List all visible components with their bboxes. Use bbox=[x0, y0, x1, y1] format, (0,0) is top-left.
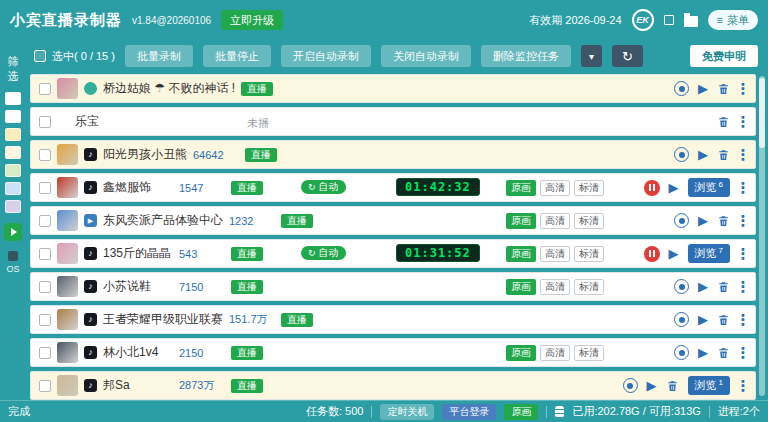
delete-button[interactable] bbox=[666, 379, 679, 393]
row-checkbox[interactable] bbox=[39, 347, 51, 359]
table-row[interactable]: 乐宝未播⋮ bbox=[30, 107, 756, 136]
table-row[interactable]: 桥边姑娘 ☂ 不败的神话 !直播▶⋮ bbox=[30, 74, 756, 103]
record-button[interactable] bbox=[674, 81, 689, 96]
origin-quality-badge[interactable]: 原画 bbox=[506, 213, 536, 229]
row-checkbox[interactable] bbox=[39, 380, 51, 392]
filter-swatch[interactable] bbox=[5, 92, 21, 105]
hd-quality-badge[interactable]: 高清 bbox=[540, 246, 570, 262]
delete-button[interactable] bbox=[717, 346, 730, 360]
play-button[interactable]: ▶ bbox=[647, 378, 657, 393]
sd-quality-badge[interactable]: 标清 bbox=[574, 246, 604, 262]
browse-button[interactable]: 浏览6 bbox=[688, 178, 730, 197]
sd-quality-badge[interactable]: 标清 bbox=[574, 345, 604, 361]
table-row[interactable]: ♪邦Sa2873万直播▶浏览1⋮ bbox=[30, 371, 756, 400]
record-button[interactable] bbox=[674, 213, 689, 228]
dropdown-button[interactable]: ▾ bbox=[581, 45, 602, 67]
row-checkbox[interactable] bbox=[39, 182, 51, 194]
row-checkbox[interactable] bbox=[39, 149, 51, 161]
sd-quality-badge[interactable]: 标清 bbox=[574, 213, 604, 229]
more-button[interactable]: ⋮ bbox=[739, 377, 747, 395]
row-checkbox[interactable] bbox=[39, 281, 51, 293]
row-checkbox[interactable] bbox=[39, 248, 51, 260]
filter-swatch[interactable] bbox=[5, 110, 21, 123]
table-row[interactable]: ♪135斤的晶晶543直播↻自动01:31:52原画高清标清▶浏览7⋮ bbox=[30, 239, 756, 268]
delete-button[interactable] bbox=[717, 82, 730, 96]
menu-button[interactable]: ≡ 菜单 bbox=[708, 10, 758, 30]
batch-stop-button[interactable]: 批量停止 bbox=[203, 45, 271, 67]
play-button[interactable]: ▶ bbox=[669, 180, 679, 195]
more-button[interactable]: ⋮ bbox=[739, 146, 747, 164]
record-button[interactable] bbox=[674, 279, 689, 294]
filter-swatch[interactable] bbox=[5, 128, 21, 141]
stop-record-button[interactable] bbox=[644, 246, 660, 262]
more-button[interactable]: ⋮ bbox=[739, 113, 747, 131]
table-row[interactable]: ▶东风奕派产品体验中心1232直播原画高清标清▶⋮ bbox=[30, 206, 756, 235]
more-button[interactable]: ⋮ bbox=[739, 80, 747, 98]
more-button[interactable]: ⋮ bbox=[739, 179, 747, 197]
filter-swatch[interactable] bbox=[5, 146, 21, 159]
origin-quality-button[interactable]: 原画 bbox=[504, 404, 538, 420]
filter-swatch[interactable] bbox=[5, 182, 21, 195]
row-checkbox[interactable] bbox=[39, 116, 51, 128]
filter-swatch[interactable] bbox=[5, 164, 21, 177]
maximize-icon[interactable] bbox=[664, 15, 674, 25]
refresh-button[interactable]: ↻ bbox=[612, 45, 643, 67]
delete-button[interactable] bbox=[717, 313, 730, 327]
record-button[interactable] bbox=[674, 312, 689, 327]
hd-quality-badge[interactable]: 高清 bbox=[540, 213, 570, 229]
more-button[interactable]: ⋮ bbox=[739, 344, 747, 362]
table-row[interactable]: ♪林小北1v42150直播原画高清标清▶⋮ bbox=[30, 338, 756, 367]
row-checkbox[interactable] bbox=[39, 83, 51, 95]
filter-swatch[interactable] bbox=[5, 200, 21, 213]
play-button[interactable]: ▶ bbox=[698, 147, 708, 162]
record-button[interactable] bbox=[674, 345, 689, 360]
record-button[interactable] bbox=[674, 147, 689, 162]
hd-quality-badge[interactable]: 高清 bbox=[540, 345, 570, 361]
origin-quality-badge[interactable]: 原画 bbox=[506, 180, 536, 196]
filter-tab[interactable]: 筛选 bbox=[7, 54, 19, 84]
play-button[interactable]: ▶ bbox=[669, 246, 679, 261]
row-checkbox[interactable] bbox=[39, 314, 51, 326]
origin-quality-badge[interactable]: 原画 bbox=[506, 246, 536, 262]
platform-login-button[interactable]: 平台登录 bbox=[442, 404, 496, 420]
folder-icon[interactable] bbox=[684, 16, 698, 27]
scrollbar-thumb[interactable] bbox=[759, 78, 765, 148]
batch-record-button[interactable]: 批量录制 bbox=[125, 45, 193, 67]
browse-button[interactable]: 浏览7 bbox=[688, 244, 730, 263]
play-button[interactable]: ▶ bbox=[698, 312, 708, 327]
origin-quality-badge[interactable]: 原画 bbox=[506, 345, 536, 361]
delete-button[interactable] bbox=[717, 148, 730, 162]
play-button[interactable]: ▶ bbox=[698, 81, 708, 96]
more-button[interactable]: ⋮ bbox=[739, 278, 747, 296]
free-notice-button[interactable]: 免费申明 bbox=[690, 45, 758, 67]
origin-quality-badge[interactable]: 原画 bbox=[506, 279, 536, 295]
auto-record-on-button[interactable]: 开启自动录制 bbox=[281, 45, 371, 67]
hd-quality-badge[interactable]: 高清 bbox=[540, 279, 570, 295]
scrollbar[interactable] bbox=[759, 76, 765, 396]
upgrade-button[interactable]: 立即升级 bbox=[221, 10, 283, 30]
browse-button[interactable]: 浏览1 bbox=[688, 376, 730, 395]
table-row[interactable]: ♪小苏说鞋7150直播原画高清标清▶⋮ bbox=[30, 272, 756, 301]
more-button[interactable]: ⋮ bbox=[739, 212, 747, 230]
table-row[interactable]: ♪阳光男孩小丑熊64642直播▶⋮ bbox=[30, 140, 756, 169]
more-button[interactable]: ⋮ bbox=[739, 311, 747, 329]
delete-task-button[interactable]: 删除监控任务 bbox=[481, 45, 571, 67]
record-button[interactable] bbox=[623, 378, 638, 393]
select-all-checkbox[interactable]: 选中( 0 / 15 ) bbox=[34, 49, 115, 64]
more-button[interactable]: ⋮ bbox=[739, 245, 747, 263]
sd-quality-badge[interactable]: 标清 bbox=[574, 180, 604, 196]
stop-record-button[interactable] bbox=[644, 180, 660, 196]
table-row[interactable]: ♪王者荣耀甲级职业联赛151.7万直播▶⋮ bbox=[30, 305, 756, 334]
auto-record-off-button[interactable]: 关闭自动录制 bbox=[381, 45, 471, 67]
hd-quality-badge[interactable]: 高清 bbox=[540, 180, 570, 196]
delete-button[interactable] bbox=[717, 214, 730, 228]
scheduled-shutdown-button[interactable]: 定时关机 bbox=[380, 404, 434, 420]
play-button[interactable]: ▶ bbox=[698, 345, 708, 360]
record-logo-button[interactable] bbox=[4, 223, 22, 241]
delete-button[interactable] bbox=[717, 115, 730, 129]
delete-button[interactable] bbox=[717, 280, 730, 294]
sd-quality-badge[interactable]: 标清 bbox=[574, 279, 604, 295]
row-checkbox[interactable] bbox=[39, 215, 51, 227]
play-button[interactable]: ▶ bbox=[698, 279, 708, 294]
play-button[interactable]: ▶ bbox=[698, 213, 708, 228]
